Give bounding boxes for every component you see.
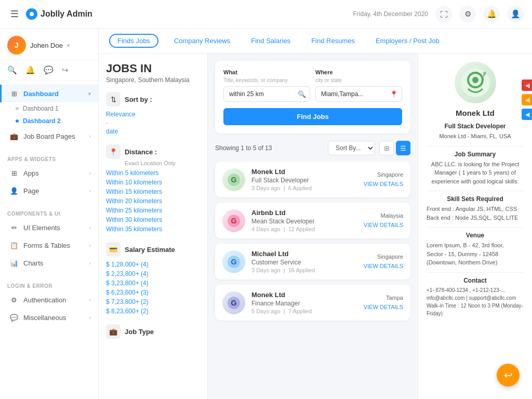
message-icon[interactable]: 💬 (44, 65, 54, 75)
distance-option-10km[interactable]: Within 10 kilometers (106, 178, 200, 187)
divider (427, 146, 524, 147)
distance-option-35km[interactable]: Within 35 kilometers (106, 224, 200, 234)
where-field: Where city or state 📍 (315, 69, 402, 102)
sidebar: J Johen Doe ▾ 🔍 🔔 💬 ↪ ⊞ Dashboard ▾ (0, 29, 99, 399)
tab-finds-jobs[interactable]: Finds Jobs (109, 34, 158, 48)
sidebar-item-forms-tables[interactable]: 📋 Forms & Tables › (0, 236, 98, 254)
salary-section: 💳 Salary Estimate $ 1,28,000+ (4) $ 2,23… (106, 242, 200, 316)
pill-blue[interactable]: ◀ (522, 109, 532, 120)
dot-icon (16, 107, 19, 110)
job-meta: 3 Days ago | 6 Applied (251, 185, 357, 191)
user-profile-button[interactable]: 👤 (507, 6, 524, 22)
sidebar-item-label: Job Board Pages (23, 132, 75, 140)
view-details-link[interactable]: VIEW DETAILS (364, 263, 403, 269)
distance-option-15km[interactable]: Within 15 kilometers (106, 187, 200, 196)
distance-option-25km[interactable]: Within 25 kilometers (106, 206, 200, 215)
where-input[interactable] (315, 86, 402, 102)
sidebar-item-dashboard2[interactable]: Dashboard 2 (16, 115, 98, 127)
logout-icon[interactable]: ↪ (62, 65, 69, 75)
table-row: G Airbnb Ltd Mean Stack Developer 4 Days… (215, 203, 410, 238)
sidebar-item-authentication[interactable]: ⚙ Authentication › (0, 291, 98, 309)
job-location: Malaysia (364, 212, 403, 219)
pill-orange[interactable]: ◀ (522, 94, 532, 105)
view-details-link[interactable]: VIEW DETAILS (364, 181, 403, 187)
svg-text:G: G (231, 258, 237, 266)
sort-by-section: ⇅ Sort by : Relevance - date (106, 92, 200, 136)
distance-option-20km[interactable]: Within 20 kilometers (106, 196, 200, 206)
divider (427, 272, 524, 273)
sidebar-item-charts[interactable]: 📊 Charts › (0, 254, 98, 272)
content-area: Finds Jobs Company Reviews Find Salaries… (99, 29, 532, 399)
view-details-link[interactable]: VIEW DETAILS (364, 304, 403, 310)
salary-option-1[interactable]: $ 1,28,000+ (4) (106, 260, 200, 269)
job-days: 3 Days ago (251, 267, 281, 273)
job-company-name: Monek Ltd (251, 168, 357, 176)
sidebar-item-dashboard[interactable]: ⊞ Dashboard ▾ (0, 85, 98, 102)
find-jobs-button[interactable]: Find Jobs (223, 108, 402, 125)
detail-venue-text: Lorem Ipsum, B - 42, 3rd floor, Sector -… (427, 241, 524, 267)
sidebar-item-label: Dashboard 1 (23, 105, 59, 112)
bell-icon[interactable]: 🔔 (25, 65, 35, 75)
right-pill-bar: ◀ ◀ ◀ (522, 79, 532, 120)
avatar: J (7, 36, 26, 55)
sidebar-item-miscellaneous[interactable]: 💬 Miscellaneous › (0, 309, 98, 326)
chevron-right-icon: › (89, 225, 91, 231)
tab-company-reviews[interactable]: Company Reviews (169, 35, 235, 47)
sidebar-section-title: COMPONENTS & UI (0, 208, 98, 219)
sidebar-item-dashboard1[interactable]: Dashboard 1 (16, 102, 98, 115)
salary-option-3[interactable]: $ 3,23,800+ (4) (106, 278, 200, 288)
sidebar-item-ui-elements[interactable]: ✏ UI Elements › (0, 219, 98, 236)
job-days: 5 Days ago (251, 308, 281, 314)
logo-icon (26, 8, 37, 20)
user-dropdown-icon[interactable]: ▾ (67, 43, 70, 48)
job-type-title: Job Type (125, 328, 154, 336)
sidebar-item-label: Apps (23, 169, 39, 177)
sidebar-item-apps[interactable]: ⊞ Apps › (0, 164, 98, 182)
salary-option-6[interactable]: $ 8,23,600+ (2) (106, 307, 200, 316)
tab-find-salaries[interactable]: Find Salaries (246, 35, 296, 47)
distance-option-30km[interactable]: Within 30 kilometers (106, 215, 200, 224)
job-title: Full Stack Developer (251, 177, 357, 184)
sidebar-sub-dashboard: Dashboard 1 Dashboard 2 (0, 102, 98, 127)
salary-option-4[interactable]: $ 6,23,600+ (3) (106, 288, 200, 297)
sort-icon: ⇅ (106, 92, 121, 107)
sidebar-section-login: LOGIN & ERROR ⚙ Authentication › 💬 Misce… (0, 276, 98, 330)
sidebar-item-label: Miscellaneous (23, 314, 66, 322)
grid-view-button[interactable]: ⊞ (379, 141, 394, 155)
expand-button[interactable]: ⛶ (435, 6, 452, 22)
svg-text:G: G (231, 176, 237, 184)
notifications-button[interactable]: 🔔 (483, 6, 500, 22)
sidebar-item-label: Dashboard 2 (23, 117, 61, 125)
search-input-icon: 🔍 (298, 90, 306, 98)
sidebar-item-page[interactable]: 👤 Page › (0, 182, 98, 200)
job-title: Mean Stack Developer (251, 218, 357, 225)
tab-find-resumes[interactable]: Find Resumes (306, 35, 360, 47)
distance-icon: 📍 (106, 144, 121, 159)
list-view-button[interactable]: ☰ (396, 141, 410, 155)
nav-tabs: Finds Jobs Company Reviews Find Salaries… (99, 29, 532, 54)
salary-option-5[interactable]: $ 7,23,800+ (2) (106, 297, 200, 307)
settings-button[interactable]: ⚙ (459, 6, 476, 22)
search-icon[interactable]: 🔍 (7, 65, 17, 75)
floating-action-button[interactable]: ↩ (497, 364, 520, 387)
main-content: JOBS IN Singapore, Southern Malaysia ⇅ S… (99, 54, 532, 399)
pill-red[interactable]: ◀ (522, 79, 532, 91)
what-input[interactable] (223, 86, 310, 102)
distance-option-5km[interactable]: Within 5 kilometers (106, 168, 200, 178)
sort-dropdown[interactable]: Sort By... (328, 141, 375, 155)
job-meta: 5 Days ago | 7 Applied (251, 308, 357, 314)
view-details-link[interactable]: VIEW DETAILS (364, 222, 403, 228)
job-applied: 12 Applied (288, 226, 315, 232)
sidebar-item-job-board-pages[interactable]: 💼 Job Board Pages › (0, 127, 98, 145)
hamburger-button[interactable]: ☰ (8, 6, 21, 22)
job-type-icon: 💼 (106, 324, 121, 339)
job-days: 4 Days ago (251, 226, 281, 232)
sort-relevance[interactable]: Relevance (106, 110, 200, 119)
tab-employers-post-job[interactable]: Employers / Post Job (370, 35, 445, 47)
sort-date[interactable]: date (106, 127, 200, 136)
charts-icon: 📊 (9, 258, 19, 268)
what-sublabel: Title, keywords, or company (223, 77, 310, 83)
salary-option-2[interactable]: $ 2,23,800+ (4) (106, 269, 200, 278)
sort-title: Sort by : (125, 96, 152, 103)
sidebar-item-label: UI Elements (23, 224, 60, 232)
